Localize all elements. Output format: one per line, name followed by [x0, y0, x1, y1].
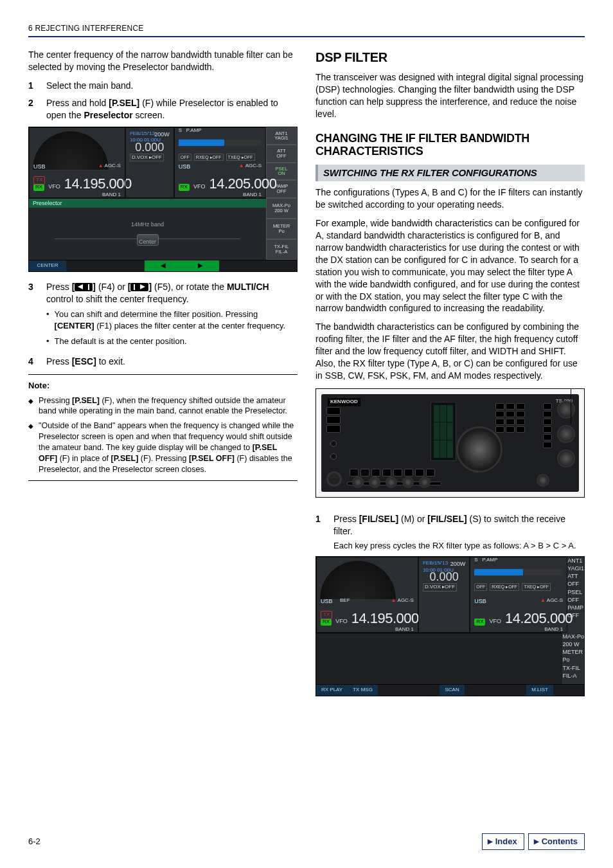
analog-meter-2 — [319, 560, 396, 600]
softkey-row: CENTER ◀ ▶ — [29, 260, 297, 271]
step-2-text: Press and hold [P.SEL] (F) while Presele… — [46, 97, 298, 122]
note-heading: Note: — [28, 380, 298, 392]
agc-label: AGC-S — [98, 163, 121, 170]
left-column: The center frequency of the narrow bandw… — [28, 49, 298, 699]
page-number: 6-2 — [28, 836, 40, 847]
note-2: "Outside of the Band" appears when the f… — [28, 420, 298, 475]
right-step-1-note: Each key press cycles the RX filter type… — [333, 540, 585, 552]
softkey-left-arrow[interactable]: ◀ — [145, 260, 182, 271]
step-1-text: Select the main band. — [46, 80, 298, 92]
mode-label-sub: USB — [179, 163, 191, 170]
dvox-label: D.VOX ▸OFF — [130, 154, 164, 162]
step-4: 4 Press [ESC] to exit. — [28, 356, 298, 368]
sub-frequency: 14.205.000 — [209, 174, 276, 194]
softkey-right-arrow[interactable]: ▶ — [182, 260, 219, 271]
s-meter-label-2: S P.AMP — [474, 557, 497, 564]
softkey-txmsg[interactable]: TX MSG — [348, 685, 378, 696]
agc-label-sub: AGC-S — [239, 163, 262, 170]
side-att[interactable]: ATT OFF — [266, 145, 297, 163]
heading-if-filter: CHANGING THE IF FILTER BANDWIDTH CHARACT… — [315, 132, 585, 158]
sub-frequency-2: 14.205.000 — [505, 609, 573, 628]
side2-ant[interactable]: ANT1 YAGI1 — [567, 557, 584, 572]
tx-badge-2: TX — [321, 611, 332, 619]
softkey-scan[interactable]: SCAN — [440, 685, 464, 696]
right-column: DSP FILTER The transceiver was designed … — [315, 49, 585, 699]
right-step-1: 1 Press [FIL/SEL] (M) or [FIL/SEL] (S) t… — [315, 513, 585, 551]
side2-meter[interactable]: METER Po — [562, 648, 584, 664]
softkey-rxplay[interactable]: RX PLAY — [316, 685, 348, 696]
softkey-mlist[interactable]: M.LIST — [526, 685, 553, 696]
vfo-label: VFO — [48, 183, 60, 190]
mode-label-2: USB — [321, 597, 333, 605]
side2-att[interactable]: ATT OFF — [567, 572, 584, 588]
vfo-label-2-sub: VFO — [489, 617, 501, 625]
step-3-bullet-1: You can shift and determine the filter p… — [46, 309, 298, 331]
side2-txfil[interactable]: TX-FIL FIL-A — [562, 664, 584, 680]
index-button[interactable]: Index — [482, 833, 524, 850]
preselector-title: Preselector — [29, 199, 266, 208]
s-meter — [179, 140, 262, 146]
note-1: Pressing [P.SEL] (F), when the frequency… — [28, 395, 298, 417]
split-display-2: 0.000 — [423, 569, 465, 584]
paragraph-bw: The bandwidth characteristics can be con… — [315, 321, 585, 381]
filter-screenshot: USB BEF AGC-S RX VFO 14.195.000 TX BAND … — [315, 556, 585, 696]
intro-paragraph: The center frequency of the narrow bandw… — [28, 49, 298, 73]
preselector-screenshot: USB AGC-S RX VFO 14.195.000 TX BAND 1 — [28, 127, 298, 272]
filter-knob-main — [557, 401, 575, 419]
dvox-label-2: D.VOX ▸OFF — [423, 583, 457, 592]
paragraph-conf: The configurations (Types A, B and C) fo… — [315, 186, 585, 211]
vfo-label-2: VFO — [335, 617, 348, 625]
rx-badge-2: RX — [321, 619, 332, 626]
preselector-center-label: Center — [29, 238, 266, 246]
right-arrow-key-icon — [130, 283, 148, 291]
heading-dsp-filter: DSP FILTER — [315, 49, 585, 66]
filter-knob-sub — [557, 425, 575, 443]
side-maxpo[interactable]: MAX-Po 200 W — [266, 198, 297, 219]
side-ant[interactable]: ANT1 YAGI1 — [266, 127, 297, 145]
power-display-2: 200W — [450, 560, 466, 568]
rx-badge: RX — [33, 184, 44, 191]
subheading-switch-rx: SWITCHING THE RX FILTER CONFIGURATIONS — [315, 165, 585, 181]
step-1: 1 Select the main band. — [28, 80, 298, 92]
main-dial — [456, 426, 502, 473]
paragraph-dsp: The transceiver was designed with integr… — [315, 71, 585, 120]
softkey-center[interactable]: CENTER — [29, 260, 66, 271]
transceiver-illustration: KENWOOD TS-990 — [315, 388, 585, 498]
rx-badge-2-sub: RX — [474, 619, 485, 626]
power-display: 200W — [154, 131, 170, 138]
left-arrow-key-icon — [75, 283, 93, 291]
step-3-bullet-2: The default is at the center position. — [46, 336, 298, 347]
side-meter[interactable]: METER Po — [266, 219, 297, 239]
radio-brand: KENWOOD — [328, 398, 360, 406]
preselector-band: 14MHz band — [29, 221, 266, 228]
running-header: 6 REJECTING INTERFERENCE — [28, 23, 585, 37]
rx-badge-sub: RX — [179, 184, 190, 191]
step-3: 3 Press [] (F4) or [] (F5), or rotate th… — [28, 281, 298, 350]
s-meter-2 — [474, 569, 563, 575]
mode-label: USB — [33, 163, 46, 170]
side2-psel[interactable]: PSEL OFF — [567, 588, 584, 604]
mode-label-2-sub: USB — [474, 597, 486, 605]
s-meter-label: S P.AMP — [179, 127, 202, 134]
band-label-2: BAND 1 — [395, 626, 414, 633]
band-label-2-sub: BAND 1 — [544, 626, 563, 633]
agc-label-2: AGC-S — [391, 597, 414, 604]
eq-tags: OFF RXEQ ▸OFF TXEQ ▸OFF — [179, 154, 262, 161]
contents-button[interactable]: Contents — [528, 833, 585, 850]
agc-label-2-sub: AGC-S — [540, 597, 563, 604]
main-frequency-2: 14.195.000 — [351, 609, 419, 628]
side2-maxpo[interactable]: MAX-Po 200 W — [562, 633, 584, 648]
step-2: 2 Press and hold [P.SEL] (F) while Prese… — [28, 97, 298, 122]
tx-badge: TX — [33, 176, 45, 185]
eq-tags-2: OFF RXEQ ▸OFF TXEQ ▸OFF — [474, 583, 563, 590]
split-display: 0.000 — [130, 140, 170, 155]
side-txfil[interactable]: TX-FIL FIL-A — [266, 239, 297, 260]
bef-label: BEF — [340, 597, 350, 604]
paragraph-example: For example, wide bandwidth characterist… — [315, 217, 585, 314]
main-frequency: 14.195.000 — [64, 174, 132, 194]
vfo-label-sub: VFO — [193, 183, 206, 190]
